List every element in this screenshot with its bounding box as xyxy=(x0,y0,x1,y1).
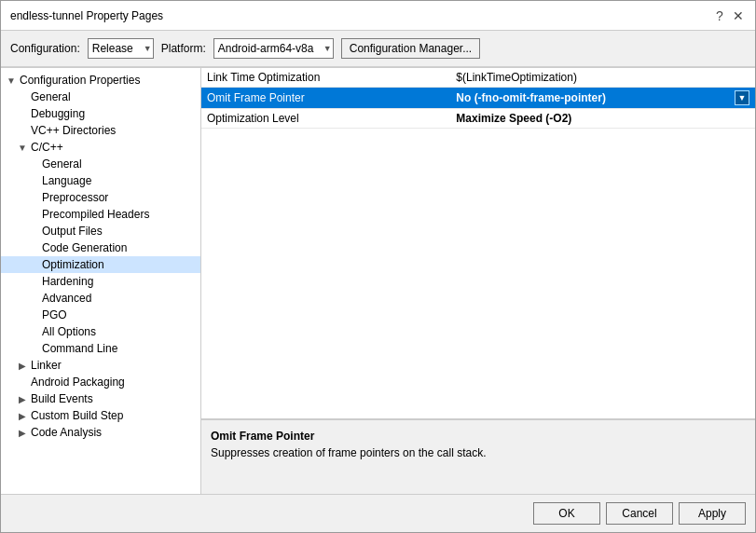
info-title: Omit Frame Pointer xyxy=(211,430,746,443)
tree-expander-configuration-properties[interactable]: ▼ xyxy=(5,75,18,86)
tree-item-optimization[interactable]: Optimization xyxy=(1,256,200,273)
tree-label-general: General xyxy=(31,90,71,103)
config-bar: Configuration: Release ▼ Platform: Andro… xyxy=(1,31,755,67)
apply-button[interactable]: Apply xyxy=(679,502,746,525)
tree-item-output-files[interactable]: Output Files xyxy=(1,223,200,239)
right-panel: Link Time Optimization$(LinkTimeOptimiza… xyxy=(201,68,755,494)
prop-name-link-time-opt: Link Time Optimization xyxy=(201,68,450,88)
tree-item-configuration-properties[interactable]: ▼Configuration Properties xyxy=(1,72,200,89)
tree-label-optimization: Optimization xyxy=(42,258,104,271)
platform-select-wrapper[interactable]: Android-arm64-v8a ▼ xyxy=(213,38,334,59)
tree-item-android-packaging[interactable]: Android Packaging xyxy=(1,374,200,390)
tree-label-android-packaging: Android Packaging xyxy=(31,376,125,389)
tree-label-linker: Linker xyxy=(31,359,62,372)
tree-item-language[interactable]: Language xyxy=(1,172,200,189)
tree-label-pgo: PGO xyxy=(42,308,67,321)
tree-label-debugging: Debugging xyxy=(31,107,85,120)
tree-item-build-events[interactable]: ▶Build Events xyxy=(1,390,200,407)
prop-name-optimization-level: Optimization Level xyxy=(201,109,450,129)
tree-label-code-analysis: Code Analysis xyxy=(31,426,102,439)
tree-item-preprocessor[interactable]: Preprocessor xyxy=(1,189,200,206)
tree-label-language: Language xyxy=(42,174,91,187)
tree-item-vc-directories[interactable]: VC++ Directories xyxy=(1,122,200,139)
button-bar: OK Cancel Apply xyxy=(1,494,755,532)
tree-expander-build-events[interactable]: ▶ xyxy=(16,394,29,404)
configuration-label: Configuration: xyxy=(10,42,80,55)
main-content: ▼Configuration PropertiesGeneralDebuggin… xyxy=(1,67,755,494)
tree-item-code-analysis[interactable]: ▶Code Analysis xyxy=(1,424,200,441)
close-button[interactable]: ✕ xyxy=(731,8,746,23)
tree-label-custom-build-step: Custom Build Step xyxy=(31,409,123,422)
tree-label-code-generation: Code Generation xyxy=(42,241,127,254)
tree-item-c-cpp[interactable]: ▼C/C++ xyxy=(1,139,200,156)
tree-item-general2[interactable]: General xyxy=(1,156,200,172)
property-pages-dialog: endless-tunnel Property Pages ? ✕ Config… xyxy=(0,0,756,533)
configuration-select[interactable]: Release xyxy=(88,38,154,59)
tree-expander-linker[interactable]: ▶ xyxy=(16,361,29,371)
tree-label-all-options: All Options xyxy=(42,325,96,338)
tree-item-pgo[interactable]: PGO xyxy=(1,307,200,323)
info-description: Suppresses creation of frame pointers on… xyxy=(211,446,746,459)
tree-label-build-events: Build Events xyxy=(31,392,93,405)
ok-button[interactable]: OK xyxy=(533,502,600,525)
tree-item-linker[interactable]: ▶Linker xyxy=(1,357,200,374)
tree-label-general2: General xyxy=(42,157,82,171)
tree-label-vc-directories: VC++ Directories xyxy=(31,124,116,137)
title-controls: ? ✕ xyxy=(712,8,746,23)
configuration-select-wrapper[interactable]: Release ▼ xyxy=(88,38,154,59)
tree-expander-c-cpp[interactable]: ▼ xyxy=(16,143,29,153)
properties-table: Link Time Optimization$(LinkTimeOptimiza… xyxy=(201,68,755,419)
tree-expander-custom-build-step[interactable]: ▶ xyxy=(16,411,29,421)
tree-label-hardening: Hardening xyxy=(42,275,93,288)
prop-value-omit-frame-pointer: No (-fno-omit-frame-pointer)▼ xyxy=(450,88,755,109)
dialog-title: endless-tunnel Property Pages xyxy=(10,9,163,22)
tree-label-command-line: Command Line xyxy=(42,342,117,355)
tree-label-precompiled-headers: Precompiled Headers xyxy=(42,208,149,221)
prop-row-optimization-level[interactable]: Optimization LevelMaximize Speed (-O2) xyxy=(201,109,755,129)
cancel-button[interactable]: Cancel xyxy=(606,502,673,525)
prop-name-omit-frame-pointer: Omit Frame Pointer xyxy=(201,88,450,109)
tree-item-custom-build-step[interactable]: ▶Custom Build Step xyxy=(1,407,200,424)
tree-item-all-options[interactable]: All Options xyxy=(1,323,200,340)
title-bar: endless-tunnel Property Pages ? ✕ xyxy=(1,1,755,31)
configuration-manager-button[interactable]: Configuration Manager... xyxy=(341,38,480,59)
tree-panel: ▼Configuration PropertiesGeneralDebuggin… xyxy=(1,68,201,494)
prop-value-optimization-level: Maximize Speed (-O2) xyxy=(450,109,755,129)
platform-label: Platform: xyxy=(161,42,206,55)
tree-item-precompiled-headers[interactable]: Precompiled Headers xyxy=(1,206,200,223)
tree-expander-code-analysis[interactable]: ▶ xyxy=(16,428,29,438)
tree-item-code-generation[interactable]: Code Generation xyxy=(1,239,200,256)
tree-item-command-line[interactable]: Command Line xyxy=(1,340,200,357)
help-button[interactable]: ? xyxy=(712,8,727,23)
tree-label-advanced: Advanced xyxy=(42,292,91,305)
prop-row-link-time-opt[interactable]: Link Time Optimization$(LinkTimeOptimiza… xyxy=(201,68,755,88)
tree-item-general[interactable]: General xyxy=(1,89,200,105)
prop-row-omit-frame-pointer[interactable]: Omit Frame PointerNo (-fno-omit-frame-po… xyxy=(201,88,755,109)
prop-value-link-time-opt: $(LinkTimeOptimization) xyxy=(450,68,755,88)
platform-select[interactable]: Android-arm64-v8a xyxy=(213,38,334,59)
tree-label-preprocessor: Preprocessor xyxy=(42,191,108,204)
tree-label-c-cpp: C/C++ xyxy=(31,141,63,154)
tree-label-configuration-properties: Configuration Properties xyxy=(20,74,140,87)
prop-dropdown-btn-omit-frame-pointer[interactable]: ▼ xyxy=(735,90,749,105)
tree-item-debugging[interactable]: Debugging xyxy=(1,105,200,122)
tree-item-advanced[interactable]: Advanced xyxy=(1,290,200,307)
info-panel: Omit Frame Pointer Suppresses creation o… xyxy=(201,419,755,494)
tree-label-output-files: Output Files xyxy=(42,225,103,238)
properties-grid: Link Time Optimization$(LinkTimeOptimiza… xyxy=(201,68,755,129)
tree-item-hardening[interactable]: Hardening xyxy=(1,273,200,290)
